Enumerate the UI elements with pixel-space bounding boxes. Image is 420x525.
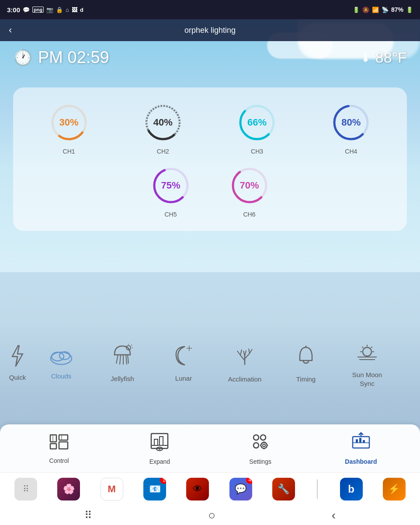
clouds-icon bbox=[48, 346, 74, 368]
channels-row-1: // Will be generated by JS 30% CH1 bbox=[22, 101, 398, 155]
sun-moon-sync-label: Sun MoonSync bbox=[352, 371, 382, 388]
channel-6-value: 70% bbox=[240, 180, 259, 191]
app-outlook[interactable]: 📧 1 bbox=[143, 478, 166, 500]
channel-1-value: 30% bbox=[59, 117, 79, 128]
time-temp-row: 🕐 PM 02:59 🌡 88°F bbox=[0, 48, 420, 67]
mode-items: Quick Clouds bbox=[0, 333, 420, 393]
clouds-label: Clouds bbox=[51, 372, 72, 381]
app-chat[interactable]: 💬 4 bbox=[229, 478, 252, 500]
mode-clouds[interactable]: Clouds bbox=[31, 341, 92, 386]
svg-rect-56 bbox=[160, 437, 163, 445]
temp-display-block: 🌡 88°F bbox=[360, 49, 407, 66]
app-red[interactable]: 👁 bbox=[186, 478, 209, 500]
mode-timing[interactable]: Timing bbox=[275, 338, 337, 389]
app-grid[interactable]: ⠿ bbox=[14, 478, 37, 500]
channel-4[interactable]: 80% CH4 bbox=[329, 101, 373, 155]
mode-sun-moon-sync[interactable]: Sun MoonSync bbox=[337, 333, 398, 393]
channel-2-ring: 40% bbox=[141, 101, 185, 144]
dashboard-icon bbox=[351, 432, 371, 455]
time-display-block: 🕐 PM 02:59 bbox=[13, 48, 109, 67]
svg-point-59 bbox=[253, 435, 259, 440]
tab-expand[interactable]: Expand bbox=[138, 432, 181, 465]
channel-3[interactable]: 66% CH3 bbox=[235, 101, 279, 155]
channel-1[interactable]: // Will be generated by JS 30% CH1 bbox=[47, 101, 91, 155]
quick-icon bbox=[9, 344, 26, 370]
app-orange[interactable]: ⚡ bbox=[383, 478, 406, 500]
channel-2-value: 40% bbox=[153, 117, 173, 128]
channel-4-label: CH4 bbox=[345, 148, 357, 155]
svg-point-60 bbox=[260, 435, 266, 440]
svg-rect-48 bbox=[50, 444, 56, 449]
mode-lunar[interactable]: Lunar bbox=[153, 339, 214, 388]
app-tray: ⠿ 🌸 M 📧 1 👁 💬 4 🔧 b ⚡ bbox=[0, 472, 420, 505]
header: ‹ orphek lighting bbox=[0, 19, 420, 41]
mute-icon: 🔕 bbox=[362, 7, 369, 13]
channel-3-label: CH3 bbox=[251, 148, 263, 155]
timing-icon bbox=[295, 343, 317, 371]
channel-2-label: CH2 bbox=[157, 148, 169, 155]
expand-label: Expand bbox=[149, 458, 170, 465]
tab-settings[interactable]: Settings bbox=[239, 432, 282, 465]
status-bar: 3:00 💬 png 📷 🔒 ⌂ 🖼 d 🔋 🔕 📶 📡 87% 🔋 bbox=[0, 0, 420, 19]
channel-card: // Will be generated by JS 30% CH1 bbox=[13, 88, 407, 231]
back-button[interactable]: ‹ bbox=[9, 24, 12, 36]
channel-5[interactable]: 75% CH5 bbox=[149, 164, 193, 218]
svg-line-16 bbox=[116, 355, 118, 364]
svg-point-25 bbox=[188, 347, 190, 349]
jellyfish-icon bbox=[110, 343, 135, 371]
svg-rect-47 bbox=[50, 435, 56, 442]
mode-acclimation[interactable]: Acclimation bbox=[214, 338, 275, 389]
svg-rect-72 bbox=[363, 440, 365, 443]
battery-save-icon: 🔋 bbox=[353, 7, 360, 13]
channel-5-value: 75% bbox=[161, 180, 180, 191]
time-display: 3:00 bbox=[7, 6, 20, 14]
status-right: 🔋 🔕 📶 📡 87% 🔋 bbox=[353, 6, 413, 13]
signal-icon: 📡 bbox=[382, 7, 389, 13]
gesture-home[interactable]: ○ bbox=[208, 508, 215, 522]
app-blue-b[interactable]: b bbox=[340, 478, 363, 500]
control-label: Control bbox=[49, 457, 69, 464]
mode-quick[interactable]: Quick bbox=[4, 339, 31, 387]
app-separator bbox=[317, 480, 318, 499]
channel-3-value: 66% bbox=[247, 117, 267, 128]
app-patch[interactable]: 🔧 bbox=[272, 478, 295, 500]
channels-row-2: 75% CH5 70% CH6 bbox=[22, 164, 398, 218]
png-icon: png bbox=[32, 7, 44, 13]
gesture-grid[interactable]: ⠿ bbox=[84, 509, 92, 522]
timing-label: Timing bbox=[296, 375, 316, 384]
mode-strip: Quick Clouds bbox=[0, 319, 420, 407]
svg-rect-50 bbox=[59, 442, 68, 449]
svg-point-63 bbox=[263, 444, 265, 447]
camera-icon: 📷 bbox=[46, 7, 53, 13]
svg-point-58 bbox=[159, 448, 160, 450]
bottom-tab-bar: Control Expand bbox=[0, 424, 420, 472]
sun-moon-sync-icon bbox=[354, 339, 380, 367]
d-icon: d bbox=[80, 7, 83, 13]
channel-4-value: 80% bbox=[341, 117, 361, 128]
control-icon bbox=[49, 433, 69, 455]
mode-jellyfish[interactable]: Jellyfish bbox=[92, 338, 153, 388]
chat-badge: 4 bbox=[246, 478, 252, 484]
time-text: PM 02:59 bbox=[38, 48, 109, 67]
acclimation-label: Acclimation bbox=[228, 375, 262, 384]
jellyfish-label: Jellyfish bbox=[111, 374, 134, 383]
tab-control[interactable]: Control bbox=[37, 433, 81, 464]
svg-line-44 bbox=[371, 346, 372, 348]
app-gallery[interactable]: 🌸 bbox=[57, 478, 80, 500]
svg-line-38 bbox=[245, 350, 246, 356]
quick-label: Quick bbox=[9, 373, 26, 382]
gesture-back[interactable]: ‹ bbox=[332, 508, 336, 522]
svg-line-34 bbox=[240, 350, 242, 355]
channel-1-label: CH1 bbox=[63, 148, 75, 155]
channel-5-label: CH5 bbox=[164, 211, 177, 218]
channel-2[interactable]: 40% CH2 bbox=[141, 101, 185, 155]
svg-line-35 bbox=[250, 349, 252, 354]
svg-line-20 bbox=[128, 355, 128, 364]
channel-6[interactable]: 70% CH6 bbox=[228, 164, 271, 218]
lock-icon: 🔒 bbox=[56, 7, 63, 13]
app-gmail[interactable]: M bbox=[101, 478, 123, 500]
svg-line-19 bbox=[126, 355, 127, 364]
thermometer-icon: 🌡 bbox=[360, 50, 372, 65]
tab-dashboard[interactable]: Dashboard bbox=[339, 432, 383, 465]
settings-icon bbox=[251, 432, 270, 455]
